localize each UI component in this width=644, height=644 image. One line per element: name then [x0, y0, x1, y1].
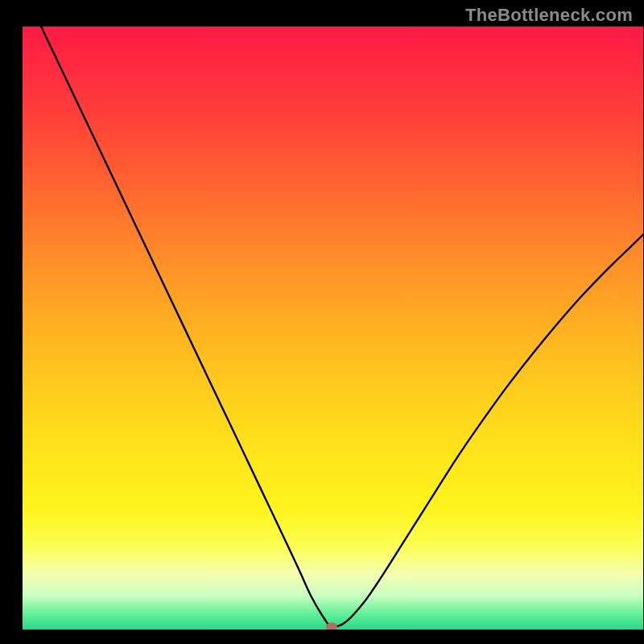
- chart-root: TheBottleneck.com: [0, 0, 644, 644]
- watermark-text: TheBottleneck.com: [465, 5, 633, 26]
- minimum-marker: [326, 622, 337, 630]
- bottleneck-chart: [0, 0, 644, 644]
- plot-background: [23, 27, 643, 630]
